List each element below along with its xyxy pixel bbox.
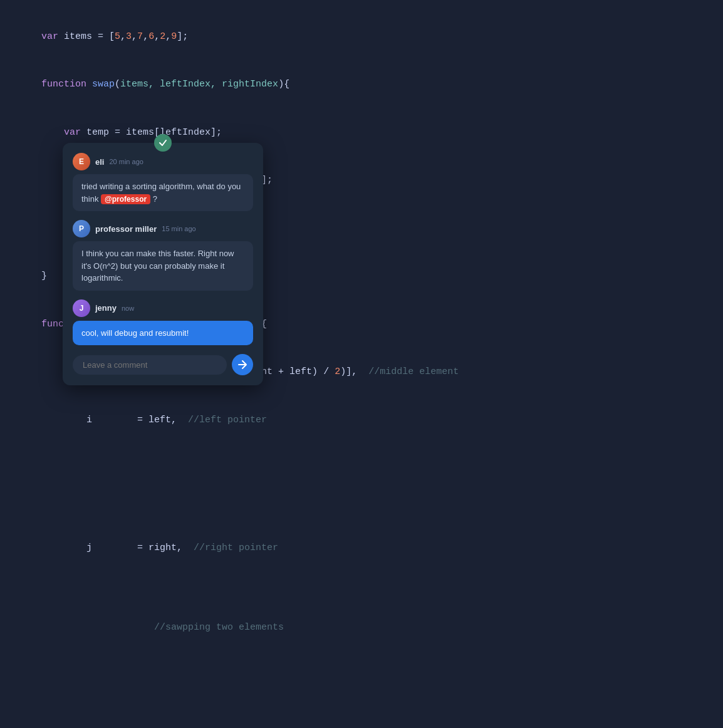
avatar-jenny: J bbox=[73, 299, 90, 317]
code-line-hidden-7 bbox=[19, 588, 704, 604]
eli-time: 20 min ago bbox=[109, 158, 143, 165]
eli-author: eli bbox=[95, 157, 104, 167]
comment-professor-header: P professor miller 15 min ago bbox=[73, 220, 253, 237]
code-line-hidden-6 bbox=[19, 572, 704, 588]
code-line-2: function swap(items, leftIndex, rightInd… bbox=[19, 61, 704, 109]
comment-input[interactable] bbox=[73, 355, 227, 375]
jenny-bubble: cool, will debug and resubmit! bbox=[73, 321, 253, 346]
avatar-eli: E bbox=[73, 153, 90, 170]
professor-author: professor miller bbox=[95, 224, 157, 234]
code-line-hidden-8 bbox=[19, 652, 704, 668]
eli-bubble: tried writing a sorting algorithm, what … bbox=[73, 174, 253, 211]
comment-eli-header: E eli 20 min ago bbox=[73, 153, 253, 170]
code-line-9: i = left, //left pointer bbox=[19, 396, 704, 444]
code-line-hidden-11 bbox=[19, 700, 704, 716]
comment-panel: E eli 20 min ago tried writing a sorting… bbox=[63, 143, 263, 385]
eli-text-after: ? bbox=[150, 194, 157, 204]
avatar-professor: P bbox=[73, 220, 90, 237]
code-line-hidden-2 bbox=[19, 460, 704, 476]
comment-eli: E eli 20 min ago tried writing a sorting… bbox=[73, 153, 253, 211]
code-line-1: var items = [5,3,7,6,2,9]; bbox=[19, 13, 704, 61]
code-line-hidden-9 bbox=[19, 668, 704, 684]
check-icon bbox=[154, 134, 172, 152]
code-line-hidden-5 bbox=[19, 508, 704, 524]
code-line-close-partition: } bbox=[19, 715, 704, 728]
code-line-hidden-1 bbox=[19, 444, 704, 460]
professor-text: I think you can make this faster. Right … bbox=[81, 249, 234, 283]
professor-time: 15 min ago bbox=[162, 225, 195, 232]
code-line-swap: //sawpping two elements bbox=[19, 604, 704, 652]
professor-bubble: I think you can make this faster. Right … bbox=[73, 241, 253, 291]
send-button[interactable] bbox=[232, 354, 253, 375]
jenny-time: now bbox=[122, 304, 134, 312]
comment-professor: P professor miller 15 min ago I think yo… bbox=[73, 220, 253, 291]
code-line-rptr: j = right, //right pointer bbox=[19, 524, 704, 572]
code-line-hidden-3 bbox=[19, 476, 704, 492]
code-line-hidden-4 bbox=[19, 492, 704, 508]
jenny-text: cool, will debug and resubmit! bbox=[81, 328, 189, 338]
comment-input-area bbox=[73, 354, 253, 375]
mention-professor: @professor bbox=[101, 194, 150, 204]
comment-jenny-header: J jenny now bbox=[73, 299, 253, 317]
comment-jenny: J jenny now cool, will debug and resubmi… bbox=[73, 299, 253, 346]
code-line-hidden-10 bbox=[19, 684, 704, 700]
jenny-author: jenny bbox=[95, 303, 117, 313]
